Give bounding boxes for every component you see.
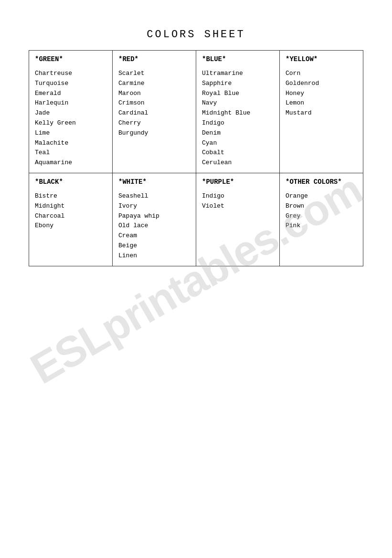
color-list-0-3: CornGoldenrodHoneyLemonMustard [286, 69, 357, 118]
list-item: Sapphire [202, 79, 274, 89]
list-item: Malachite [35, 138, 106, 148]
table-cell-0-3: *YELLOW*CornGoldenrodHoneyLemonMustard [280, 51, 363, 173]
color-list-1-2: IndigoViolet [202, 191, 274, 211]
color-list-0-0: ChartreuseTurquoiseEmeraldHarlequinJadeK… [35, 69, 106, 168]
list-item: Midnight [35, 201, 106, 211]
list-item: Kelly Green [35, 118, 106, 128]
list-item: Papaya whip [118, 211, 190, 221]
list-item: Seashell [118, 191, 190, 201]
color-list-1-1: SeashellIvoryPapaya whipOld laceCreamBei… [118, 191, 190, 261]
list-item: Ivory [118, 201, 190, 211]
list-item: Carmine [118, 79, 190, 89]
list-item: Navy [202, 98, 274, 108]
category-header-1-3: *OTHER COLORS* [286, 178, 357, 186]
list-item: Aquamarine [35, 158, 106, 168]
list-item: Burgundy [118, 128, 190, 138]
table-cell-0-0: *GREEN*ChartreuseTurquoiseEmeraldHarlequ… [29, 51, 113, 173]
list-item: Linen [118, 251, 190, 261]
list-item: Harlequin [35, 98, 106, 108]
category-header-0-1: *RED* [118, 55, 190, 63]
category-header-0-2: *BLUE* [202, 55, 274, 63]
list-item: Bistre [35, 191, 106, 201]
list-item: Brown [286, 201, 357, 211]
list-item: Beige [118, 241, 190, 251]
list-item: Cobalt [202, 148, 274, 158]
page-title: COLORS SHEET [29, 29, 363, 41]
list-item: Royal Blue [202, 89, 274, 99]
category-header-1-0: *BLACK* [35, 178, 106, 186]
color-list-1-3: OrangeBrownGreyPink [286, 191, 357, 231]
list-item: Cardinal [118, 108, 190, 118]
table-cell-0-1: *RED*ScarletCarmineMaroonCrimsonCardinal… [113, 51, 196, 173]
table-cell-0-2: *BLUE*UltramarineSapphireRoyal BlueNavyM… [196, 51, 280, 173]
list-item: Honey [286, 89, 357, 99]
category-header-1-2: *PURPLE* [202, 178, 274, 186]
list-item: Mustard [286, 108, 357, 118]
list-item: Indigo [202, 118, 274, 128]
list-item: Indigo [202, 191, 274, 201]
table-cell-1-0: *BLACK*BistreMidnightCharcoalEbony [29, 173, 113, 266]
list-item: Cherry [118, 118, 190, 128]
list-item: Old lace [118, 221, 190, 231]
list-item: Chartreuse [35, 69, 106, 79]
color-list-0-1: ScarletCarmineMaroonCrimsonCardinalCherr… [118, 69, 190, 138]
list-item: Lime [35, 128, 106, 138]
list-item: Denim [202, 128, 274, 138]
color-list-1-0: BistreMidnightCharcoalEbony [35, 191, 106, 231]
list-item: Ebony [35, 221, 106, 231]
category-header-0-0: *GREEN* [35, 55, 106, 63]
list-item: Cream [118, 231, 190, 241]
list-item: Turquoise [35, 79, 106, 89]
list-item: Goldenrod [286, 79, 357, 89]
list-item: Pink [286, 221, 357, 231]
list-item: Cyan [202, 138, 274, 148]
colors-table: *GREEN*ChartreuseTurquoiseEmeraldHarlequ… [29, 50, 363, 266]
list-item: Corn [286, 69, 357, 79]
list-item: Teal [35, 148, 106, 158]
list-item: Emerald [35, 89, 106, 99]
table-cell-1-1: *WHITE*SeashellIvoryPapaya whipOld laceC… [113, 173, 196, 266]
list-item: Scarlet [118, 69, 190, 79]
color-list-0-2: UltramarineSapphireRoyal BlueNavyMidnigh… [202, 69, 274, 168]
table-cell-1-3: *OTHER COLORS*OrangeBrownGreyPink [280, 173, 363, 266]
list-item: Charcoal [35, 211, 106, 221]
list-item: Grey [286, 211, 357, 221]
list-item: Midnight Blue [202, 108, 274, 118]
category-header-0-3: *YELLOW* [286, 55, 357, 63]
list-item: Cerulean [202, 158, 274, 168]
list-item: Crimson [118, 98, 190, 108]
list-item: Orange [286, 191, 357, 201]
table-cell-1-2: *PURPLE*IndigoViolet [196, 173, 280, 266]
list-item: Lemon [286, 98, 357, 108]
page: COLORS SHEET *GREEN*ChartreuseTurquoiseE… [0, 0, 392, 558]
list-item: Ultramarine [202, 69, 274, 79]
list-item: Violet [202, 201, 274, 211]
list-item: Maroon [118, 89, 190, 99]
category-header-1-1: *WHITE* [118, 178, 190, 186]
list-item: Jade [35, 108, 106, 118]
